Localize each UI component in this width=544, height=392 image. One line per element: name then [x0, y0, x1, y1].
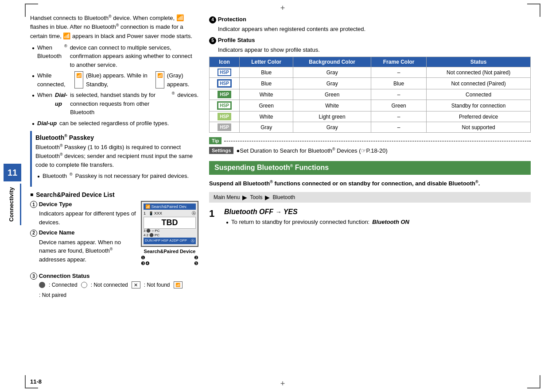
step-bullet-1: To return to standby for previously conn… [226, 218, 531, 227]
passkey-bullet-1: Bluetooth® Passkey is not necessary for … [37, 172, 195, 181]
connection-status-section: 3 Connection Status : Connected : Not co… [30, 273, 198, 299]
num-circle-5: 5 [209, 37, 216, 44]
protection-title: Protection [218, 16, 246, 23]
arrow-2: ▶ [265, 194, 270, 201]
col-letter: Letter Color [240, 57, 293, 67]
profile-status-title: Profile Status [218, 37, 255, 43]
not-paired-label: : Not paired [39, 292, 66, 298]
passkey-body: Bluetooth® Passkey (1 to 16 digits) is r… [35, 143, 195, 169]
table-row: HSP White Green – Connected [210, 89, 531, 100]
hsp-badge-5: HSP [218, 113, 231, 120]
menu-main: Main Menu [214, 194, 240, 200]
suspend-header: Suspending Bluetooth® Functions [209, 161, 531, 174]
tip-dots [224, 141, 531, 142]
num-circle-3: 3 [30, 273, 37, 280]
intro-bullet-1: When Bluetooth® device can connect to mu… [32, 43, 198, 69]
suspend-description: Suspend all Bluetooth® functions connect… [209, 179, 531, 188]
corner-decoration-tr [527, 4, 540, 17]
profile-status-header: 5 Profile Status [209, 37, 531, 44]
device-screen: 📶 Search&Paired Dev. 1 📱 XXX Ⓐ TBD 3 ⚫ ○ [141, 201, 198, 247]
search-section-content: 📶 Search&Paired Dev. 1 📱 XXX Ⓐ TBD 3 ⚫ ○ [30, 201, 198, 270]
num-circle-1: 1 [30, 201, 37, 208]
callout-numbers-2: ❸ ❹ ❺ [141, 261, 198, 266]
not-connected-label: : Not connected [91, 282, 128, 288]
hsp-badge-4: HSP [217, 101, 232, 110]
arrow-1: ▶ [242, 194, 247, 201]
num-circle-2: 2 [30, 230, 37, 237]
not-found-label: : Not found [144, 282, 170, 288]
device-row-1: 1 📱 XXX Ⓐ [144, 211, 196, 216]
intro-bullet-3: When Dial-up is selected, handset stands… [32, 91, 198, 117]
tip-text: ●Set Duration to Search for Bluetooth® D… [236, 147, 387, 154]
menu-path: Main Menu ▶ Tools ▶ Bluetooth [209, 192, 531, 203]
corner-decoration-tl [25, 4, 38, 17]
col-icon: Icon [210, 57, 240, 67]
protection-desc: Indicator appears when registered conten… [209, 25, 531, 34]
step-title: Bluetooth OFF → YES [224, 208, 531, 216]
tip-content: Settings ●Set Duration to Search for Blu… [209, 147, 531, 154]
table-row: HSP Blue Gray – Not connected (Not paire… [210, 67, 531, 78]
step-1-row: 1 Bluetooth OFF → YES To return to stand… [209, 208, 531, 230]
chapter-number: 11 [4, 164, 21, 181]
intro-bullet-2: While connected, 📶 (Blue) appears. While… [32, 71, 198, 88]
passkey-bullets: Bluetooth® Passkey is not necessary for … [35, 172, 195, 181]
table-row: HSP White Light green – Preferred device [210, 111, 531, 122]
col-bg: Background Color [293, 57, 371, 67]
table-row: HSP Blue Gray Blue Not connected (Paired… [210, 78, 531, 89]
passkey-section: Bluetooth® Passkey Bluetooth® Passkey (1… [30, 131, 198, 186]
tbd-box: TBD [144, 217, 196, 229]
hsp-badge-6: HSP [218, 123, 231, 131]
device-label: Search&Paired Device [141, 249, 198, 254]
device-row-2: 3 ⚫ ○ PC [144, 229, 196, 233]
center-mark-bottom: + [280, 379, 285, 388]
corner-decoration-br [527, 375, 540, 388]
intro-bullet-4: Dial-up can be selected regardless of pr… [32, 119, 198, 128]
menu-bluetooth: Bluetooth [272, 194, 295, 200]
menu-tools: Tools [250, 194, 262, 200]
center-mark-top: + [280, 4, 285, 13]
connection-status-title: Connection Status [39, 273, 90, 279]
intro-text: Handset connects to Bluetooth® device. W… [30, 13, 198, 41]
not-found-icon: ✕ [132, 281, 140, 288]
not-paired-icon: 📶 [174, 281, 183, 288]
protection-header: 4 Protection [209, 16, 531, 23]
connection-icons: : Connected : Not connected ✕ : Not foun… [30, 281, 198, 298]
protection-section: 4 Protection Indicator appears when regi… [209, 16, 531, 33]
device-row-3: 4 2 ⚫ PC [144, 233, 196, 237]
connected-icon [39, 282, 45, 288]
hsp-badge-1: HSP [218, 69, 231, 76]
step-content: Bluetooth OFF → YES To return to standby… [224, 208, 531, 230]
tip-label: Tip [209, 137, 221, 144]
passkey-title: Bluetooth® Passkey [35, 134, 195, 141]
num-circle-4: 4 [209, 16, 216, 23]
main-content: + + Handset connects to Bluetooth® devic… [21, 0, 544, 392]
right-column: 4 Protection Indicator appears when regi… [209, 13, 531, 383]
page-number: 11-8 [30, 378, 42, 385]
search-section-header: Search&Paired Device List [30, 191, 198, 198]
profile-table: Icon Letter Color Background Color Frame… [209, 57, 531, 133]
device-name-title: Device Name [39, 229, 75, 236]
chapter-label: Connectivity [3, 184, 21, 225]
intro-bullet-list: When Bluetooth® device can connect to mu… [30, 43, 198, 128]
step-number: 1 [209, 208, 220, 219]
table-row: HSP Green White Green Standby for connec… [210, 100, 531, 111]
profile-status-section: 5 Profile Status Indicators appear to sh… [209, 37, 531, 133]
hsp-badge-3: HSP [218, 91, 231, 98]
left-column: Handset connects to Bluetooth® device. W… [30, 13, 198, 383]
hsp-badge-2: HSP [217, 79, 232, 88]
sidebar: 11 Connectivity [0, 0, 21, 392]
profile-status-desc: Indicators appear to show profile status… [209, 46, 531, 54]
table-row: HSP Gray Gray – Not supported [210, 122, 531, 133]
connected-label: : Connected [49, 282, 78, 288]
callout-numbers: ❶ ❷ [141, 255, 198, 261]
settings-label: Settings [209, 147, 233, 154]
device-bottom-bar: DUNHFPHSFA2DPOPP Ⓐ [144, 238, 196, 244]
connection-status-header: 3 Connection Status [30, 273, 198, 280]
step-bullets: To return to standby for previously conn… [224, 218, 531, 227]
col-frame: Frame Color [371, 57, 427, 67]
col-status: Status [427, 57, 531, 67]
device-screen-title: 📶 Search&Paired Dev. [144, 204, 196, 210]
device-image: 📶 Search&Paired Dev. 1 📱 XXX Ⓐ TBD 3 ⚫ ○ [141, 201, 198, 266]
tip-box: Tip [209, 137, 531, 144]
device-type-title: Device Type [39, 201, 72, 208]
